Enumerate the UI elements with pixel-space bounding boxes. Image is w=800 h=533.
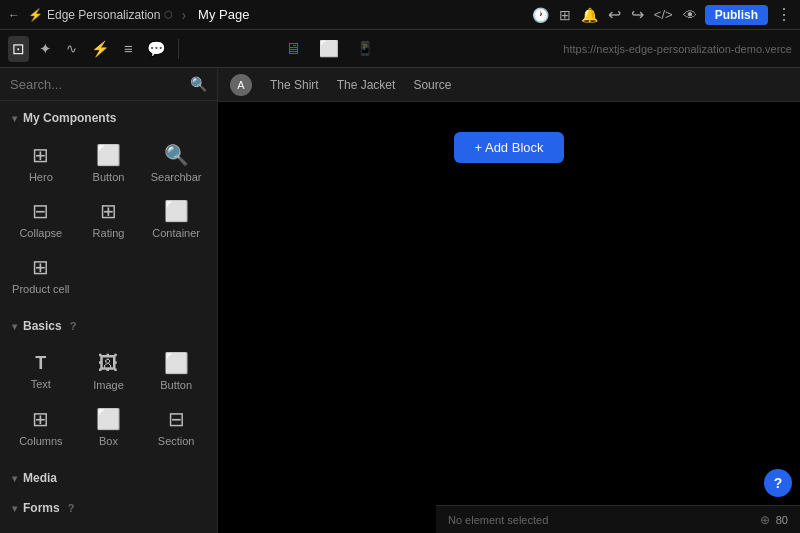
forms-header[interactable]: ▾ Forms ? <box>0 491 217 521</box>
main-layout: 🔍 ▾ My Components ⊞ Hero ⬜ Button 🔍 Sear… <box>0 68 800 533</box>
media-label: Media <box>23 471 57 485</box>
chevron-down-icon-basics: ▾ <box>12 321 17 332</box>
basics-label: Basics <box>23 319 62 333</box>
zoom-area: ⊕ 80 <box>760 513 788 527</box>
hero-label: Hero <box>29 171 53 183</box>
forms-label: Forms <box>23 501 60 515</box>
basics-header[interactable]: ▾ Basics ? <box>0 309 217 339</box>
canvas: A The Shirt The Jacket Source + Add Bloc… <box>218 68 800 533</box>
canvas-url: https://nextjs-edge-personalization-demo… <box>563 43 792 55</box>
image-component[interactable]: 🖼 Image <box>76 343 142 397</box>
zoom-value: 80 <box>776 514 788 526</box>
container-component[interactable]: ⬜ Container <box>143 191 209 245</box>
searchbar-component[interactable]: 🔍 Searchbar <box>143 135 209 189</box>
device-icons: 🖥 ⬜ 📱 <box>279 36 379 61</box>
app-name-label: ⚡ Edge Personalization ⬡ <box>28 8 173 22</box>
button-icon: ⬜ <box>96 143 121 167</box>
text-label: Text <box>31 378 51 390</box>
analytics-icon[interactable]: ∿ <box>62 37 81 60</box>
chevron-right-icon-forms: ▾ <box>12 503 17 514</box>
chat-icon[interactable]: 💬 <box>143 36 170 62</box>
my-components-header[interactable]: ▾ My Components <box>0 101 217 131</box>
hero-component[interactable]: ⊞ Hero <box>8 135 74 189</box>
button-component[interactable]: ⬜ Button <box>76 135 142 189</box>
left-tool-icons: ⊡ ✦ ∿ ⚡ ≡ 💬 <box>8 36 170 62</box>
avatar: A <box>230 74 252 96</box>
chevron-down-icon: ▾ <box>12 113 17 124</box>
section-label: Section <box>158 435 195 447</box>
more-menu-icon[interactable]: ⋮ <box>776 5 792 24</box>
search-input[interactable] <box>10 77 184 92</box>
productcell-icon: ⊞ <box>32 255 49 279</box>
chevron-right-icon-media: ▾ <box>12 473 17 484</box>
sidebar: 🔍 ▾ My Components ⊞ Hero ⬜ Button 🔍 Sear… <box>0 68 218 533</box>
desktop-icon[interactable]: 🖥 <box>279 37 307 61</box>
mobile-icon[interactable]: 📱 <box>351 38 379 59</box>
canvas-tabs: A The Shirt The Jacket Source <box>218 68 800 102</box>
add-block-button[interactable]: + Add Block <box>454 132 563 163</box>
image-icon: 🖼 <box>98 352 118 375</box>
grid-icon[interactable]: ⊞ <box>559 7 571 23</box>
image-label: Image <box>93 379 124 391</box>
canvas-tab-jacket[interactable]: The Jacket <box>329 74 404 96</box>
searchbar-label: Searchbar <box>151 171 202 183</box>
button-basic-label: Button <box>160 379 192 391</box>
topbar: ← ⚡ Edge Personalization ⬡ › My Page 🕐 ⊞… <box>0 0 800 30</box>
button-basic-component[interactable]: ⬜ Button <box>143 343 209 397</box>
canvas-tab-shirt[interactable]: The Shirt <box>262 74 327 96</box>
undo-icon[interactable]: ↩ <box>608 5 621 24</box>
page-title: My Page <box>198 7 249 22</box>
back-button[interactable]: ← <box>8 8 20 22</box>
text-component[interactable]: T Text <box>8 343 74 397</box>
bell-icon[interactable]: 🔔 <box>581 7 598 23</box>
tablet-icon[interactable]: ⬜ <box>313 36 345 61</box>
publish-button[interactable]: Publish <box>705 5 768 25</box>
edge-icon: ⚡ <box>28 8 43 22</box>
my-components-label: My Components <box>23 111 116 125</box>
columns-component[interactable]: ⊞ Columns <box>8 399 74 453</box>
box-label: Box <box>99 435 118 447</box>
collapse-label: Collapse <box>19 227 62 239</box>
back-icon: ← <box>8 8 20 22</box>
toolbar2: ⊡ ✦ ∿ ⚡ ≡ 💬 🖥 ⬜ 📱 https://nextjs-edge-pe… <box>0 30 800 68</box>
top-icons-group: 🕐 ⊞ 🔔 ↩ ↪ </> 👁 <box>532 5 697 24</box>
clock-icon[interactable]: 🕐 <box>532 7 549 23</box>
components-icon[interactable]: ✦ <box>35 36 56 62</box>
container-label: Container <box>152 227 200 239</box>
my-components-grid: ⊞ Hero ⬜ Button 🔍 Searchbar ⊟ Collapse ⊞… <box>0 131 217 309</box>
hero-icon: ⊞ <box>32 143 49 167</box>
preview-icon[interactable]: 👁 <box>683 7 697 23</box>
productcell-component[interactable]: ⊞ Product cell <box>8 247 74 301</box>
text-icon: T <box>35 353 46 374</box>
code-icon[interactable]: </> <box>654 7 673 22</box>
search-bar: 🔍 <box>0 68 217 101</box>
code-header[interactable]: ▾ Code <box>0 521 217 533</box>
help-button[interactable]: ? <box>764 469 792 497</box>
media-header[interactable]: ▾ Media <box>0 461 217 491</box>
forms-help-icon[interactable]: ? <box>68 502 75 514</box>
columns-label: Columns <box>19 435 62 447</box>
search-icon[interactable]: 🔍 <box>190 76 207 92</box>
section-icon: ⊟ <box>168 407 185 431</box>
section-component[interactable]: ⊟ Section <box>143 399 209 453</box>
productcell-label: Product cell <box>12 283 69 295</box>
list-icon[interactable]: ≡ <box>120 36 137 61</box>
box-icon: ⬜ <box>96 407 121 431</box>
topbar-separator: › <box>181 7 186 23</box>
canvas-content: + Add Block <box>218 102 800 505</box>
zoom-icon[interactable]: ⊕ <box>760 513 770 527</box>
lightning-icon[interactable]: ⚡ <box>87 36 114 62</box>
collapse-component[interactable]: ⊟ Collapse <box>8 191 74 245</box>
canvas-tab-source[interactable]: Source <box>405 74 459 96</box>
box-component[interactable]: ⬜ Box <box>76 399 142 453</box>
link-icon: ⬡ <box>164 9 173 20</box>
columns-icon: ⊞ <box>32 407 49 431</box>
basics-help-icon[interactable]: ? <box>70 320 77 332</box>
collapse-icon: ⊟ <box>32 199 49 223</box>
status-text: No element selected <box>448 514 548 526</box>
redo-icon[interactable]: ↪ <box>631 5 644 24</box>
layers-icon[interactable]: ⊡ <box>8 36 29 62</box>
rating-component[interactable]: ⊞ Rating <box>76 191 142 245</box>
rating-label: Rating <box>93 227 125 239</box>
basics-grid: T Text 🖼 Image ⬜ Button ⊞ Columns ⬜ Box … <box>0 339 217 461</box>
